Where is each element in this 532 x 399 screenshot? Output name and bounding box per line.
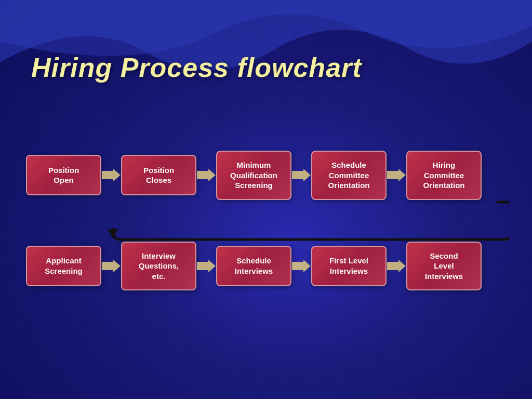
box-schedule-committee: ScheduleCommitteeOrientation bbox=[311, 151, 387, 200]
page-title: Hiring Process flowchart bbox=[31, 52, 362, 83]
row-connector bbox=[26, 200, 509, 242]
arrow-3-4 bbox=[291, 168, 311, 182]
box-interview-questions: InterviewQuestions,etc. bbox=[121, 242, 196, 291]
arrow-1-2 bbox=[101, 168, 121, 182]
svg-marker-5 bbox=[102, 260, 121, 272]
arrow-4-5 bbox=[387, 168, 406, 182]
box-position-closes: PositionCloses bbox=[121, 155, 196, 195]
slide: Hiring Process flowchart PositionOpen Po… bbox=[0, 0, 532, 399]
arrow-r2-2-3 bbox=[196, 259, 216, 273]
flow-row-2: ApplicantScreening InterviewQuestions,et… bbox=[26, 242, 509, 291]
box-position-open: PositionOpen bbox=[26, 155, 101, 195]
svg-marker-2 bbox=[292, 169, 311, 181]
box-hiring-committee: HiringCommitteeOrientation bbox=[406, 151, 482, 200]
svg-marker-8 bbox=[387, 260, 406, 272]
flow-row-1: PositionOpen PositionCloses MinimumQuali… bbox=[26, 151, 509, 200]
box-first-level: First LevelInterviews bbox=[311, 246, 387, 286]
box-min-qual: MinimumQualificationScreening bbox=[216, 151, 291, 200]
svg-marker-0 bbox=[102, 169, 121, 181]
flowchart: PositionOpen PositionCloses MinimumQuali… bbox=[26, 151, 509, 290]
box-second-level: SecondLevelInterviews bbox=[406, 242, 482, 291]
arrow-r2-4-5 bbox=[387, 259, 406, 273]
arrow-r2-1-2 bbox=[101, 259, 121, 273]
svg-marker-1 bbox=[197, 169, 216, 181]
svg-marker-7 bbox=[292, 260, 311, 272]
arrow-2-3 bbox=[196, 168, 216, 182]
arrow-r2-3-4 bbox=[291, 259, 311, 273]
svg-marker-6 bbox=[197, 260, 216, 272]
svg-marker-3 bbox=[387, 169, 406, 181]
box-applicant-screening: ApplicantScreening bbox=[26, 246, 101, 286]
box-schedule-interviews: ScheduleInterviews bbox=[216, 246, 291, 286]
